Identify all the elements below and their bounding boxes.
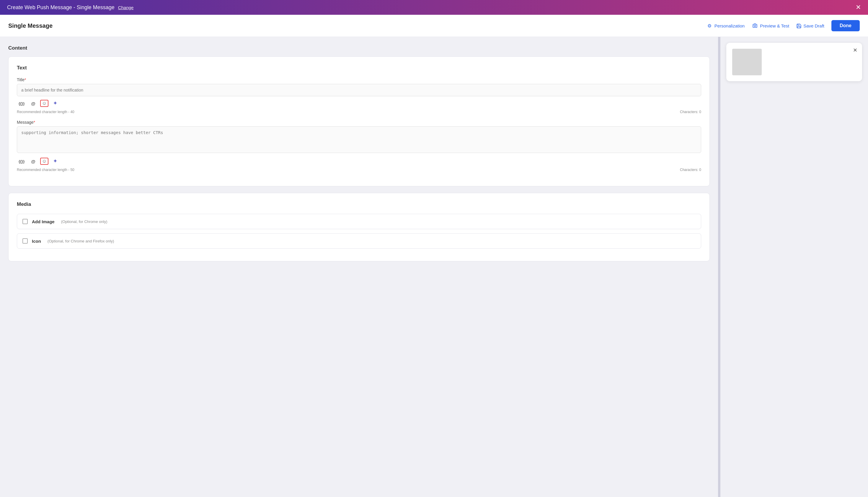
message-char-info: Recommended character length - 50 Charac…: [17, 168, 701, 172]
preview-image-placeholder: [732, 49, 762, 75]
panel-divider: [718, 37, 720, 497]
title-recommended: Recommended character length - 40: [17, 110, 74, 114]
message-characters: Characters: 0: [680, 168, 701, 172]
title-required-marker: *: [25, 77, 26, 82]
message-at-button[interactable]: @: [29, 158, 37, 165]
save-draft-label: Save Draft: [803, 23, 824, 28]
add-image-sublabel: (Optional, for Chrome only): [61, 219, 107, 224]
preview-test-button[interactable]: Preview & Test: [752, 23, 789, 29]
save-icon: [796, 23, 801, 28]
title-curly-button[interactable]: {{}}: [17, 100, 26, 106]
title-characters: Characters: 0: [680, 110, 701, 114]
sub-header: Single Message ⚙ Personalization Preview…: [0, 15, 868, 37]
preview-test-label: Preview & Test: [760, 23, 789, 28]
gear-icon: ⚙: [706, 23, 713, 29]
add-image-checkbox[interactable]: [23, 219, 28, 224]
camera-icon: [752, 23, 758, 29]
media-card-title: Media: [17, 201, 701, 207]
title-at-button[interactable]: @: [29, 100, 37, 107]
title-field-group: Title* {{}} @ ☺ ✦ Recommended character …: [17, 77, 701, 114]
header-title-text: Create Web Push Message - Single Message: [7, 4, 115, 11]
save-draft-button[interactable]: Save Draft: [796, 23, 824, 28]
page-title: Single Message: [8, 23, 53, 29]
message-input[interactable]: [17, 126, 701, 153]
icon-item[interactable]: Icon (Optional, for Chrome and Firefox o…: [17, 233, 701, 248]
message-emoji-button[interactable]: ☺: [40, 158, 48, 165]
icon-checkbox[interactable]: [23, 238, 28, 244]
add-image-label: Add Image: [32, 219, 55, 224]
header-bar: Create Web Push Message - Single Message…: [0, 0, 868, 15]
preview-close-button[interactable]: ✕: [853, 47, 857, 54]
title-emoji-button[interactable]: ☺: [40, 100, 48, 107]
personalization-label: Personalization: [714, 23, 745, 28]
header-close-button[interactable]: ✕: [856, 4, 861, 11]
message-spark-button[interactable]: ✦: [52, 158, 59, 165]
title-spark-button[interactable]: ✦: [52, 100, 59, 107]
personalization-button[interactable]: ⚙ Personalization: [706, 23, 745, 29]
text-card-title: Text: [17, 65, 701, 71]
left-panel: Content Text Title* {{}} @ ☺ ✦ Recommend…: [0, 37, 718, 497]
title-field-label: Title*: [17, 77, 701, 82]
content-section-label: Content: [8, 45, 710, 51]
svg-point-0: [754, 25, 756, 27]
header-actions: ⚙ Personalization Preview & Test Save Dr…: [706, 20, 860, 31]
title-toolbar: {{}} @ ☺ ✦: [17, 99, 701, 108]
add-image-item[interactable]: Add Image (Optional, for Chrome only): [17, 214, 701, 229]
icon-sublabel: (Optional, for Chrome and Firefox only): [47, 239, 114, 243]
preview-card: ✕: [726, 43, 862, 81]
message-required-marker: *: [34, 120, 35, 125]
message-curly-button[interactable]: {{}}: [17, 158, 26, 165]
icon-label: Icon: [32, 239, 41, 244]
header-title: Create Web Push Message - Single Message…: [7, 4, 133, 11]
text-card: Text Title* {{}} @ ☺ ✦ Recommended chara…: [8, 56, 710, 186]
done-button[interactable]: Done: [831, 20, 860, 31]
message-recommended: Recommended character length - 50: [17, 168, 74, 172]
message-field-label: Message*: [17, 120, 701, 125]
message-field-group: Message* {{}} @ ☺ ✦ Recommended characte…: [17, 120, 701, 172]
media-card: Media Add Image (Optional, for Chrome on…: [8, 193, 710, 261]
change-link[interactable]: Change: [118, 5, 134, 10]
message-toolbar: {{}} @ ☺ ✦: [17, 157, 701, 166]
title-input[interactable]: [17, 84, 701, 96]
right-panel: ✕: [720, 37, 868, 497]
main-layout: Content Text Title* {{}} @ ☺ ✦ Recommend…: [0, 37, 868, 497]
title-char-info: Recommended character length - 40 Charac…: [17, 110, 701, 114]
